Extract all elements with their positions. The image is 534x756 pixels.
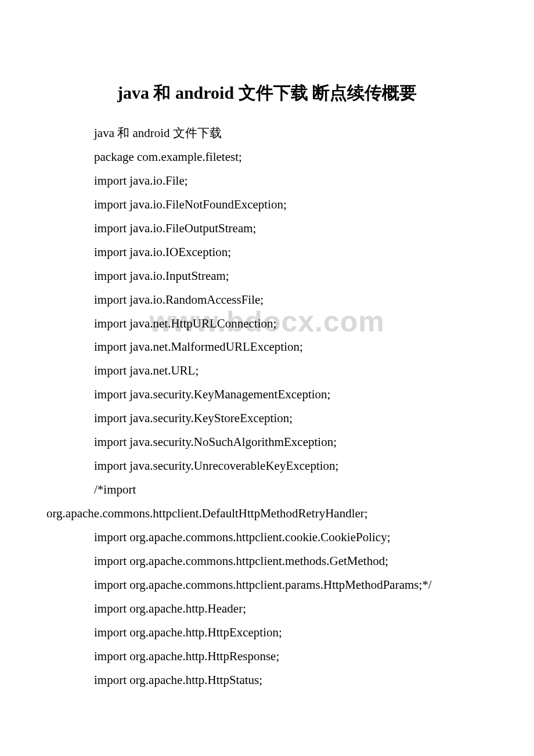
code-line: import org.apache.http.HttpResponse; (46, 645, 488, 668)
code-line: import org.apache.commons.httpclient.par… (46, 573, 488, 597)
code-line: import org.apache.commons.httpclient.coo… (46, 525, 488, 549)
code-line: import java.io.IOException; (46, 240, 488, 264)
code-line: import java.net.URL; (46, 359, 488, 383)
code-line: import java.security.UnrecoverableKeyExc… (46, 454, 488, 478)
code-line: import java.security.KeyManagementExcept… (46, 383, 488, 406)
code-line: import org.apache.http.HttpStatus; (46, 668, 488, 692)
document-page: java 和 android 文件下载 断点续传概要 java 和 androi… (0, 0, 534, 739)
code-line: import org.apache.http.Header; (46, 597, 488, 621)
code-line: import java.io.FileNotFoundException; (46, 193, 488, 217)
code-line: import java.net.HttpURLConnection; (46, 312, 488, 336)
code-line: /*import (46, 478, 488, 502)
code-line: import java.security.NoSuchAlgorithmExce… (46, 430, 488, 454)
code-line: import java.io.RandomAccessFile; (46, 288, 488, 312)
code-line: import org.apache.commons.httpclient.met… (46, 549, 488, 573)
code-line: package com.example.filetest; (46, 145, 488, 169)
document-body: java 和 android 文件下载package com.example.f… (46, 121, 488, 692)
document-title: java 和 android 文件下载 断点续传概要 (46, 81, 488, 105)
code-line: import java.net.MalformedURLException; (46, 335, 488, 359)
code-line: import java.io.File; (46, 169, 488, 193)
code-line: import org.apache.http.HttpException; (46, 621, 488, 645)
code-line: import java.security.KeyStoreException; (46, 406, 488, 430)
code-line: import java.io.FileOutputStream; (46, 217, 488, 240)
code-line: import java.io.InputStream; (46, 264, 488, 288)
code-line: java 和 android 文件下载 (46, 121, 488, 145)
code-line: org.apache.commons.httpclient.DefaultHtt… (46, 502, 488, 525)
